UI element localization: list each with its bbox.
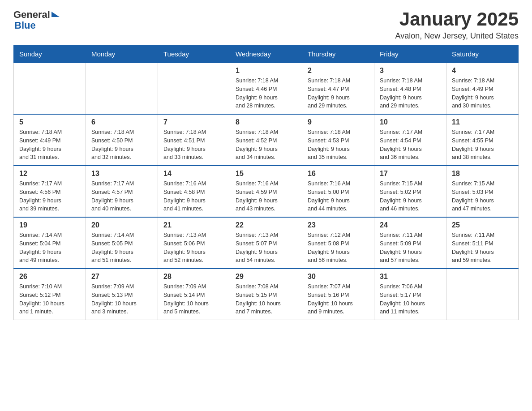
day-info: Sunrise: 7:13 AM Sunset: 5:06 PM Dayligh… (163, 231, 224, 265)
day-number: 2 (308, 67, 369, 75)
day-number: 21 (163, 221, 224, 229)
day-info: Sunrise: 7:16 AM Sunset: 5:00 PM Dayligh… (308, 180, 369, 213)
day-number: 13 (91, 170, 152, 178)
day-number: 14 (163, 170, 224, 178)
calendar-cell: 26Sunrise: 7:10 AM Sunset: 5:12 PM Dayli… (14, 269, 86, 320)
day-number: 1 (236, 67, 296, 75)
calendar-cell (446, 269, 519, 320)
calendar-day-header: Saturday (446, 46, 519, 63)
day-info: Sunrise: 7:18 AM Sunset: 4:46 PM Dayligh… (236, 77, 296, 110)
day-number: 12 (19, 170, 80, 178)
day-info: Sunrise: 7:18 AM Sunset: 4:50 PM Dayligh… (91, 128, 152, 162)
day-number: 11 (452, 118, 513, 126)
calendar-week-row: 19Sunrise: 7:14 AM Sunset: 5:04 PM Dayli… (14, 217, 519, 269)
day-info: Sunrise: 7:17 AM Sunset: 4:57 PM Dayligh… (91, 180, 152, 213)
calendar-week-row: 12Sunrise: 7:17 AM Sunset: 4:56 PM Dayli… (14, 166, 519, 217)
day-info: Sunrise: 7:17 AM Sunset: 4:54 PM Dayligh… (380, 128, 441, 162)
day-info: Sunrise: 7:08 AM Sunset: 5:15 PM Dayligh… (236, 283, 296, 316)
day-info: Sunrise: 7:09 AM Sunset: 5:13 PM Dayligh… (91, 283, 152, 316)
day-number: 23 (308, 221, 369, 229)
day-info: Sunrise: 7:17 AM Sunset: 4:55 PM Dayligh… (452, 128, 513, 162)
day-number: 29 (236, 273, 296, 281)
calendar-cell: 4Sunrise: 7:18 AM Sunset: 4:49 PM Daylig… (446, 63, 519, 114)
calendar-day-header: Friday (374, 46, 446, 63)
day-number: 30 (308, 273, 369, 281)
day-info: Sunrise: 7:06 AM Sunset: 5:17 PM Dayligh… (380, 283, 441, 316)
day-number: 20 (91, 221, 152, 229)
calendar-day-header: Wednesday (230, 46, 302, 63)
day-number: 16 (308, 170, 369, 178)
day-number: 3 (380, 67, 441, 75)
day-info: Sunrise: 7:16 AM Sunset: 4:59 PM Dayligh… (236, 180, 296, 213)
day-info: Sunrise: 7:18 AM Sunset: 4:52 PM Dayligh… (236, 128, 296, 162)
calendar-cell: 9Sunrise: 7:18 AM Sunset: 4:53 PM Daylig… (302, 114, 374, 166)
calendar-header-row: SundayMondayTuesdayWednesdayThursdayFrid… (14, 46, 519, 63)
logo-triangle-icon (51, 12, 60, 17)
day-info: Sunrise: 7:18 AM Sunset: 4:47 PM Dayligh… (308, 77, 369, 110)
calendar-cell (158, 63, 230, 114)
calendar-cell: 2Sunrise: 7:18 AM Sunset: 4:47 PM Daylig… (302, 63, 374, 114)
calendar-cell: 28Sunrise: 7:09 AM Sunset: 5:14 PM Dayli… (158, 269, 230, 320)
day-number: 27 (91, 273, 152, 281)
calendar-cell: 29Sunrise: 7:08 AM Sunset: 5:15 PM Dayli… (230, 269, 302, 320)
day-info: Sunrise: 7:18 AM Sunset: 4:48 PM Dayligh… (380, 77, 441, 110)
day-info: Sunrise: 7:11 AM Sunset: 5:09 PM Dayligh… (380, 231, 441, 265)
calendar-cell: 27Sunrise: 7:09 AM Sunset: 5:13 PM Dayli… (86, 269, 158, 320)
page-title: January 2025 (395, 9, 519, 30)
day-info: Sunrise: 7:18 AM Sunset: 4:51 PM Dayligh… (163, 128, 224, 162)
day-info: Sunrise: 7:13 AM Sunset: 5:07 PM Dayligh… (236, 231, 296, 265)
day-info: Sunrise: 7:15 AM Sunset: 5:03 PM Dayligh… (452, 180, 513, 213)
calendar-cell: 19Sunrise: 7:14 AM Sunset: 5:04 PM Dayli… (14, 217, 86, 269)
day-info: Sunrise: 7:14 AM Sunset: 5:04 PM Dayligh… (19, 231, 80, 265)
calendar-cell: 17Sunrise: 7:15 AM Sunset: 5:02 PM Dayli… (374, 166, 446, 217)
logo: General Blue (13, 9, 60, 30)
calendar-cell: 18Sunrise: 7:15 AM Sunset: 5:03 PM Dayli… (446, 166, 519, 217)
logo-blue-text: Blue (14, 21, 36, 30)
calendar-cell: 5Sunrise: 7:18 AM Sunset: 4:49 PM Daylig… (14, 114, 86, 166)
day-number: 6 (91, 118, 152, 126)
calendar-cell: 21Sunrise: 7:13 AM Sunset: 5:06 PM Dayli… (158, 217, 230, 269)
page-header: General Blue January 2025 Avalon, New Je… (13, 9, 519, 41)
day-number: 22 (236, 221, 296, 229)
calendar-day-header: Sunday (14, 46, 86, 63)
day-number: 15 (236, 170, 296, 178)
calendar-day-header: Tuesday (158, 46, 230, 63)
calendar-cell: 12Sunrise: 7:17 AM Sunset: 4:56 PM Dayli… (14, 166, 86, 217)
day-info: Sunrise: 7:09 AM Sunset: 5:14 PM Dayligh… (163, 283, 224, 316)
day-number: 28 (163, 273, 224, 281)
calendar-week-row: 1Sunrise: 7:18 AM Sunset: 4:46 PM Daylig… (14, 63, 519, 114)
calendar-cell: 6Sunrise: 7:18 AM Sunset: 4:50 PM Daylig… (86, 114, 158, 166)
calendar-week-row: 26Sunrise: 7:10 AM Sunset: 5:12 PM Dayli… (14, 269, 519, 320)
day-info: Sunrise: 7:10 AM Sunset: 5:12 PM Dayligh… (19, 283, 80, 316)
calendar-cell: 10Sunrise: 7:17 AM Sunset: 4:54 PM Dayli… (374, 114, 446, 166)
calendar-cell: 24Sunrise: 7:11 AM Sunset: 5:09 PM Dayli… (374, 217, 446, 269)
day-info: Sunrise: 7:18 AM Sunset: 4:49 PM Dayligh… (19, 128, 80, 162)
calendar-cell: 7Sunrise: 7:18 AM Sunset: 4:51 PM Daylig… (158, 114, 230, 166)
calendar-cell: 3Sunrise: 7:18 AM Sunset: 4:48 PM Daylig… (374, 63, 446, 114)
day-number: 10 (380, 118, 441, 126)
day-number: 19 (19, 221, 80, 229)
day-info: Sunrise: 7:16 AM Sunset: 4:58 PM Dayligh… (163, 180, 224, 213)
day-info: Sunrise: 7:12 AM Sunset: 5:08 PM Dayligh… (308, 231, 369, 265)
day-number: 5 (19, 118, 80, 126)
calendar-cell: 20Sunrise: 7:14 AM Sunset: 5:05 PM Dayli… (86, 217, 158, 269)
day-info: Sunrise: 7:17 AM Sunset: 4:56 PM Dayligh… (19, 180, 80, 213)
day-number: 4 (452, 67, 513, 75)
calendar-cell: 1Sunrise: 7:18 AM Sunset: 4:46 PM Daylig… (230, 63, 302, 114)
day-number: 25 (452, 221, 513, 229)
day-number: 26 (19, 273, 80, 281)
calendar-cell: 8Sunrise: 7:18 AM Sunset: 4:52 PM Daylig… (230, 114, 302, 166)
day-info: Sunrise: 7:14 AM Sunset: 5:05 PM Dayligh… (91, 231, 152, 265)
calendar-cell: 23Sunrise: 7:12 AM Sunset: 5:08 PM Dayli… (302, 217, 374, 269)
calendar-cell (14, 63, 86, 114)
day-number: 8 (236, 118, 296, 126)
day-number: 7 (163, 118, 224, 126)
calendar-cell: 30Sunrise: 7:07 AM Sunset: 5:16 PM Dayli… (302, 269, 374, 320)
logo-general-text: General (13, 9, 50, 21)
calendar-table: SundayMondayTuesdayWednesdayThursdayFrid… (13, 45, 519, 320)
calendar-cell: 25Sunrise: 7:11 AM Sunset: 5:11 PM Dayli… (446, 217, 519, 269)
day-number: 24 (380, 221, 441, 229)
calendar-cell: 22Sunrise: 7:13 AM Sunset: 5:07 PM Dayli… (230, 217, 302, 269)
calendar-day-header: Monday (86, 46, 158, 63)
calendar-cell: 16Sunrise: 7:16 AM Sunset: 5:00 PM Dayli… (302, 166, 374, 217)
